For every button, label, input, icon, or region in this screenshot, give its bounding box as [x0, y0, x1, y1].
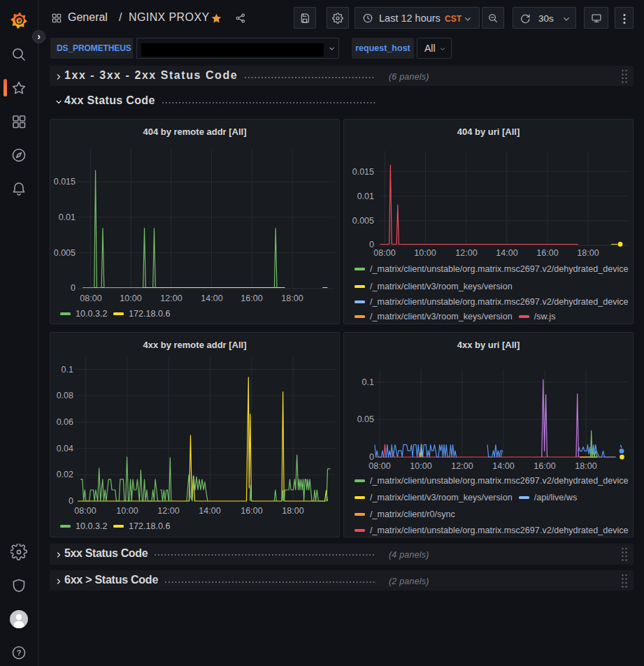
svg-text:?: ? [17, 649, 22, 657]
